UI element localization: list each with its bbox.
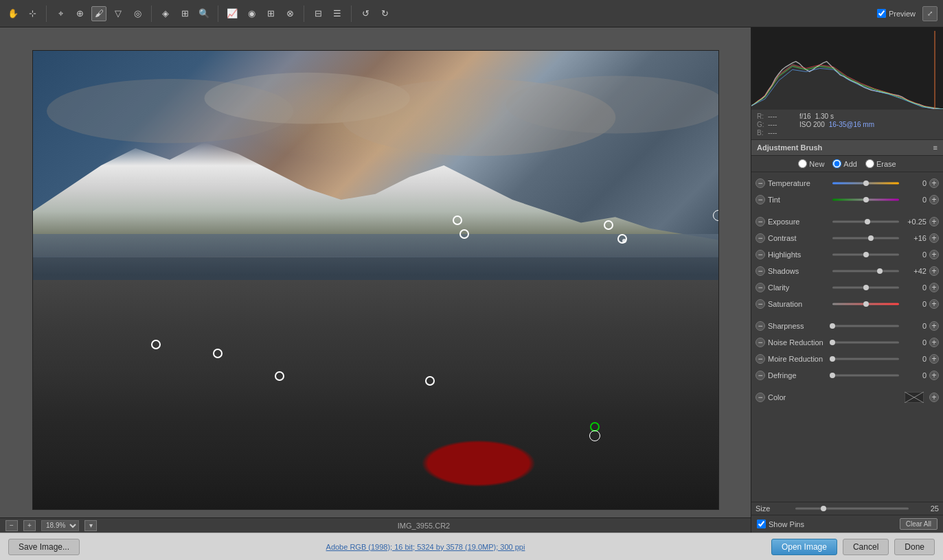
pin-4[interactable] [459, 229, 469, 239]
erase-mode[interactable]: Erase [865, 159, 896, 168]
rotate-left-icon[interactable]: ↺ [358, 6, 373, 21]
add-label[interactable]: Add [843, 160, 857, 168]
lens-correction-icon[interactable]: ◉ [244, 6, 259, 21]
crop-tool[interactable]: ⊹ [25, 6, 40, 21]
clear-all-button[interactable]: Clear All [900, 518, 938, 530]
graduated-filter-tool[interactable]: ▽ [111, 6, 126, 21]
divider-3 [751, 384, 943, 389]
saturation-minus[interactable]: − [755, 299, 765, 309]
defringe-minus[interactable]: − [755, 371, 765, 380]
highlights-slider[interactable] [832, 250, 899, 259]
zoom-tool[interactable]: 🔍 [196, 6, 212, 21]
sharpness-minus[interactable]: − [755, 321, 765, 331]
list-view-icon[interactable]: ☰ [330, 6, 345, 21]
saturation-plus[interactable]: + [929, 299, 939, 309]
white-balance-tool[interactable]: ◈ [158, 6, 173, 21]
save-image-button[interactable]: Save Image... [8, 539, 80, 555]
temperature-label: Temperature [768, 179, 830, 187]
clarity-slider[interactable] [832, 283, 899, 292]
size-slider[interactable] [795, 504, 909, 513]
new-mode[interactable]: New [798, 159, 824, 168]
pin-5[interactable] [151, 340, 161, 349]
sharpness-plus[interactable]: + [929, 321, 939, 331]
shadows-plus[interactable]: + [929, 266, 939, 276]
exposure-plus[interactable]: + [929, 217, 939, 226]
red-eye-tool[interactable]: ⊕ [72, 6, 87, 21]
show-pins-label[interactable]: Show Pins [769, 520, 804, 528]
shadows-value: +42 [902, 267, 927, 275]
aperture: f/16 [799, 113, 811, 120]
local-adjustments-icon[interactable]: ⊗ [282, 6, 297, 21]
tint-minus[interactable]: − [755, 195, 765, 205]
noise-reduction-slider[interactable] [832, 338, 899, 347]
right-panel: R: ---- G: ---- B: ---- f/16 1.30 s [751, 27, 943, 533]
zoom-dropdown-button[interactable]: ▾ [84, 520, 97, 531]
defringe-plus[interactable]: + [929, 371, 939, 380]
pin-8[interactable] [425, 376, 435, 386]
moire-reduction-minus[interactable]: − [755, 354, 765, 364]
preview-checkbox[interactable] [877, 9, 886, 18]
exposure-minus[interactable]: − [755, 217, 765, 226]
tint-row: − Tint 0 + [751, 191, 943, 208]
targeted-adjustment-tool[interactable]: ⊞ [177, 6, 192, 21]
adjustment-brush-active[interactable]: 🖌 [91, 6, 106, 21]
tone-curve-icon[interactable]: 📈 [225, 6, 240, 21]
defringe-value: 0 [902, 371, 927, 380]
healing-brush-tool[interactable]: ⌖ [53, 6, 68, 21]
tint-slider[interactable] [832, 196, 899, 204]
radial-filter-tool[interactable]: ◎ [130, 6, 145, 21]
exposure-slider[interactable] [832, 218, 899, 226]
add-mode[interactable]: Add [832, 159, 857, 168]
pin-1[interactable] [604, 220, 613, 230]
open-image-button[interactable]: Open Image [771, 539, 837, 555]
zoom-out-button[interactable]: − [5, 520, 18, 531]
clarity-plus[interactable]: + [929, 283, 939, 292]
contrast-slider[interactable] [832, 234, 899, 242]
panel-menu-icon[interactable]: ≡ [933, 143, 938, 152]
color-minus[interactable]: − [755, 393, 765, 402]
pin-2[interactable] [617, 234, 627, 244]
temperature-slider[interactable] [832, 179, 899, 187]
erase-label[interactable]: Erase [876, 160, 896, 168]
zoom-select[interactable]: 18.9% [41, 520, 79, 531]
pin-7[interactable] [275, 371, 284, 381]
rotate-right-icon[interactable]: ↻ [377, 6, 392, 21]
contrast-plus[interactable]: + [929, 233, 939, 243]
color-swatch-icon[interactable] [905, 392, 924, 403]
new-label[interactable]: New [809, 160, 824, 168]
highlights-minus[interactable]: − [755, 250, 765, 259]
pin-green-active[interactable] [590, 422, 600, 432]
shadows-minus[interactable]: − [755, 266, 765, 276]
shadows-slider[interactable] [832, 267, 899, 275]
image-info[interactable]: Adobe RGB (1998); 16 bit; 5324 by 3578 (… [85, 543, 766, 551]
temperature-minus[interactable]: − [755, 178, 765, 188]
done-button[interactable]: Done [894, 539, 935, 555]
pin-3[interactable] [453, 215, 462, 225]
temperature-plus[interactable]: + [929, 178, 939, 188]
noise-reduction-plus[interactable]: + [929, 338, 939, 347]
moire-reduction-plus[interactable]: + [929, 354, 939, 364]
contrast-minus[interactable]: − [755, 233, 765, 243]
moire-reduction-slider[interactable] [832, 355, 899, 363]
cancel-button[interactable]: Cancel [843, 539, 889, 555]
show-pins-checkbox[interactable] [757, 520, 766, 528]
fullscreen-button[interactable]: ⤢ [922, 6, 938, 21]
defringe-slider[interactable] [832, 371, 899, 380]
sharpness-slider[interactable] [832, 322, 899, 330]
pin-6[interactable] [213, 349, 223, 358]
before-after-icon[interactable]: ⊟ [310, 6, 326, 21]
highlights-plus[interactable]: + [929, 250, 939, 259]
temperature-row: − Temperature 0 + [751, 175, 943, 191]
clarity-minus[interactable]: − [755, 283, 765, 292]
saturation-slider[interactable] [832, 300, 899, 308]
show-pins-row: Show Pins Clear All [751, 515, 943, 533]
hand-tool[interactable]: ✋ [5, 6, 21, 21]
color-plus[interactable]: + [929, 393, 939, 402]
image-container[interactable] [32, 50, 719, 510]
transform-icon[interactable]: ⊞ [263, 6, 278, 21]
zoom-in-button[interactable]: + [23, 520, 36, 531]
preview-control: Preview [877, 9, 916, 18]
tint-plus[interactable]: + [929, 195, 939, 205]
preview-label[interactable]: Preview [889, 10, 916, 18]
noise-reduction-minus[interactable]: − [755, 338, 765, 347]
